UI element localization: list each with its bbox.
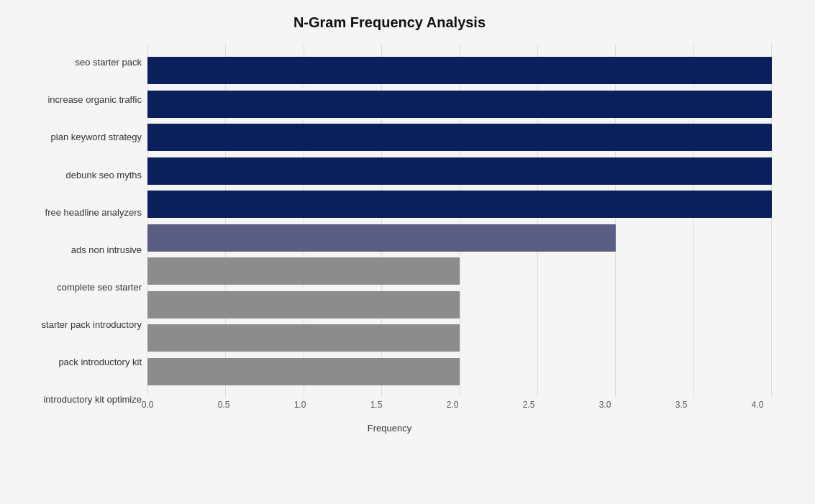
bar-row <box>147 122 772 152</box>
x-ticks-row: 0.00.51.01.52.02.53.03.54.0 <box>147 397 772 410</box>
y-label: increase organic traffic <box>7 94 142 106</box>
x-tick: 3.5 <box>667 400 696 410</box>
x-tick: 2.0 <box>438 400 467 410</box>
bar-row <box>147 290 772 320</box>
x-tick: 0.5 <box>209 400 238 410</box>
x-tick: 3.0 <box>591 400 619 410</box>
chart-title: N-Gram Frequency Analysis <box>7 14 772 31</box>
y-label: introductory kit optimize <box>7 394 142 406</box>
chart-area: seo starter packincrease organic traffic… <box>7 44 772 418</box>
bar <box>147 91 772 118</box>
y-label: starter pack introductory <box>7 319 142 331</box>
y-label: free headline analyzers <box>7 207 142 219</box>
chart-container: N-Gram Frequency Analysis seo starter pa… <box>0 0 815 504</box>
x-axis-container: 0.00.51.01.52.02.53.03.54.0 <box>147 397 772 418</box>
y-label: pack introductory kit <box>7 357 142 368</box>
bar-row <box>147 323 772 353</box>
bar-row <box>147 357 772 387</box>
bar <box>147 157 772 185</box>
y-label: ads non intrusive <box>7 244 142 256</box>
y-label: plan keyword strategy <box>7 132 142 143</box>
x-tick: 4.0 <box>743 400 772 410</box>
bar-row <box>147 55 772 86</box>
x-tick: 1.0 <box>286 400 314 410</box>
bar-row <box>147 256 772 286</box>
y-label: seo starter pack <box>7 57 142 68</box>
bar <box>147 191 772 218</box>
bar <box>147 257 460 285</box>
bar <box>147 324 460 352</box>
bar-row <box>147 223 772 253</box>
x-tick: 2.5 <box>514 400 543 410</box>
y-label: debunk seo myths <box>7 170 142 181</box>
bars-area: 0.00.51.01.52.02.53.03.54.0 <box>147 44 772 418</box>
x-axis-label: Frequency <box>7 423 772 434</box>
bar <box>147 291 460 319</box>
bar <box>147 224 616 252</box>
bar-row <box>147 89 772 119</box>
bar-row <box>147 156 772 186</box>
x-tick: 1.5 <box>362 400 391 410</box>
bar <box>147 57 772 84</box>
x-tick: 0.0 <box>133 400 162 410</box>
bar-row <box>147 189 772 219</box>
y-labels: seo starter packincrease organic traffic… <box>7 44 147 418</box>
bar <box>147 124 772 151</box>
y-label: complete seo starter <box>7 282 142 293</box>
bar <box>147 358 460 385</box>
